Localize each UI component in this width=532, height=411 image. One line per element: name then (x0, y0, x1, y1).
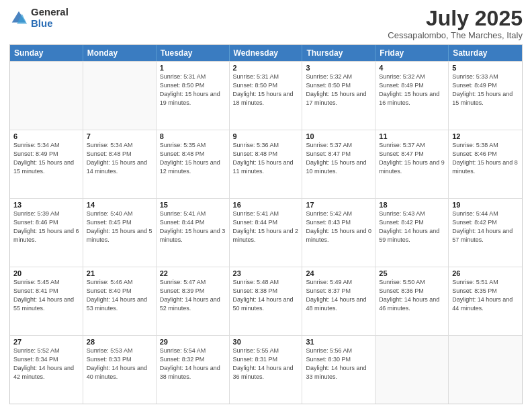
day-detail: Sunrise: 5:34 AM Sunset: 8:48 PM Dayligh… (87, 141, 152, 176)
day-detail: Sunrise: 5:41 AM Sunset: 8:44 PM Dayligh… (233, 210, 299, 244)
day-number: 31 (306, 338, 371, 346)
weekday-header-thursday: Thursday (302, 45, 375, 61)
day-number: 11 (379, 132, 445, 140)
day-detail: Sunrise: 5:53 AM Sunset: 8:33 PM Dayligh… (87, 347, 152, 381)
day-number: 18 (379, 201, 445, 209)
day-detail: Sunrise: 5:42 AM Sunset: 8:43 PM Dayligh… (306, 210, 371, 244)
day-number: 13 (13, 201, 79, 209)
weekday-header-wednesday: Wednesday (230, 45, 303, 61)
empty-cell (83, 62, 157, 130)
logo-blue-text: Blue (31, 18, 69, 30)
day-detail: Sunrise: 5:51 AM Sunset: 8:35 PM Dayligh… (452, 278, 519, 313)
day-number: 5 (452, 64, 519, 72)
day-detail: Sunrise: 5:37 AM Sunset: 8:47 PM Dayligh… (306, 141, 371, 176)
day-cell-11: 11Sunrise: 5:37 AM Sunset: 8:47 PM Dayli… (375, 130, 449, 198)
day-cell-9: 9Sunrise: 5:36 AM Sunset: 8:48 PM Daylig… (230, 130, 303, 198)
day-cell-12: 12Sunrise: 5:38 AM Sunset: 8:46 PM Dayli… (449, 130, 522, 198)
day-detail: Sunrise: 5:31 AM Sunset: 8:50 PM Dayligh… (233, 73, 299, 107)
day-detail: Sunrise: 5:35 AM Sunset: 8:48 PM Dayligh… (160, 141, 226, 176)
day-detail: Sunrise: 5:32 AM Sunset: 8:49 PM Dayligh… (379, 73, 445, 107)
day-number: 25 (379, 269, 445, 277)
weekday-header-friday: Friday (375, 45, 449, 61)
day-number: 15 (160, 201, 226, 209)
day-cell-5: 5Sunrise: 5:33 AM Sunset: 8:49 PM Daylig… (449, 62, 522, 130)
calendar-row-4: 20Sunrise: 5:45 AM Sunset: 8:41 PM Dayli… (10, 267, 522, 335)
calendar-row-2: 6Sunrise: 5:34 AM Sunset: 8:49 PM Daylig… (10, 130, 522, 198)
day-detail: Sunrise: 5:56 AM Sunset: 8:30 PM Dayligh… (306, 347, 371, 381)
day-detail: Sunrise: 5:41 AM Sunset: 8:44 PM Dayligh… (160, 210, 226, 244)
day-cell-2: 2Sunrise: 5:31 AM Sunset: 8:50 PM Daylig… (230, 62, 303, 130)
empty-cell (375, 336, 449, 404)
day-number: 12 (452, 132, 519, 140)
day-detail: Sunrise: 5:43 AM Sunset: 8:42 PM Dayligh… (379, 210, 445, 244)
day-cell-18: 18Sunrise: 5:43 AM Sunset: 8:42 PM Dayli… (375, 199, 449, 267)
day-cell-26: 26Sunrise: 5:51 AM Sunset: 8:35 PM Dayli… (449, 267, 522, 335)
day-cell-23: 23Sunrise: 5:48 AM Sunset: 8:38 PM Dayli… (230, 267, 303, 335)
day-number: 4 (379, 64, 445, 72)
day-number: 9 (233, 132, 299, 140)
day-cell-31: 31Sunrise: 5:56 AM Sunset: 8:30 PM Dayli… (302, 336, 375, 404)
calendar-row-1: 1Sunrise: 5:31 AM Sunset: 8:50 PM Daylig… (10, 61, 522, 130)
day-cell-13: 13Sunrise: 5:39 AM Sunset: 8:46 PM Dayli… (10, 199, 83, 267)
day-number: 17 (306, 201, 371, 209)
calendar-row-3: 13Sunrise: 5:39 AM Sunset: 8:46 PM Dayli… (10, 198, 522, 267)
day-detail: Sunrise: 5:49 AM Sunset: 8:37 PM Dayligh… (306, 278, 371, 313)
day-number: 7 (87, 132, 152, 140)
day-detail: Sunrise: 5:44 AM Sunset: 8:42 PM Dayligh… (452, 210, 519, 244)
day-number: 19 (452, 201, 519, 209)
day-number: 30 (233, 338, 299, 346)
day-cell-30: 30Sunrise: 5:55 AM Sunset: 8:31 PM Dayli… (230, 336, 303, 404)
day-cell-4: 4Sunrise: 5:32 AM Sunset: 8:49 PM Daylig… (375, 62, 449, 130)
day-cell-28: 28Sunrise: 5:53 AM Sunset: 8:33 PM Dayli… (83, 336, 157, 404)
day-cell-6: 6Sunrise: 5:34 AM Sunset: 8:49 PM Daylig… (10, 130, 83, 198)
day-cell-22: 22Sunrise: 5:47 AM Sunset: 8:39 PM Dayli… (157, 267, 230, 335)
day-number: 14 (87, 201, 152, 209)
day-cell-17: 17Sunrise: 5:42 AM Sunset: 8:43 PM Dayli… (302, 199, 375, 267)
day-number: 3 (306, 64, 371, 72)
location: Cessapalombo, The Marches, Italy (388, 30, 523, 40)
day-number: 21 (87, 269, 152, 277)
title-area: July 2025 Cessapalombo, The Marches, Ita… (388, 7, 523, 40)
weekday-header-tuesday: Tuesday (157, 45, 230, 61)
day-cell-14: 14Sunrise: 5:40 AM Sunset: 8:45 PM Dayli… (83, 199, 157, 267)
day-number: 26 (452, 269, 519, 277)
day-detail: Sunrise: 5:36 AM Sunset: 8:48 PM Dayligh… (233, 141, 299, 176)
day-cell-15: 15Sunrise: 5:41 AM Sunset: 8:44 PM Dayli… (157, 199, 230, 267)
weekday-header-saturday: Saturday (449, 45, 522, 61)
day-number: 23 (233, 269, 299, 277)
empty-cell (10, 62, 83, 130)
day-cell-19: 19Sunrise: 5:44 AM Sunset: 8:42 PM Dayli… (449, 199, 522, 267)
day-detail: Sunrise: 5:38 AM Sunset: 8:46 PM Dayligh… (452, 141, 519, 176)
weekday-header-monday: Monday (83, 45, 157, 61)
day-detail: Sunrise: 5:39 AM Sunset: 8:46 PM Dayligh… (13, 210, 79, 244)
weekday-header-sunday: Sunday (10, 45, 83, 61)
calendar: SundayMondayTuesdayWednesdayThursdayFrid… (9, 44, 523, 404)
logo-general-text: General (31, 7, 69, 18)
day-detail: Sunrise: 5:54 AM Sunset: 8:32 PM Dayligh… (160, 347, 226, 381)
day-detail: Sunrise: 5:47 AM Sunset: 8:39 PM Dayligh… (160, 278, 226, 313)
day-number: 29 (160, 338, 226, 346)
logo-text: General Blue (31, 7, 69, 29)
day-detail: Sunrise: 5:46 AM Sunset: 8:40 PM Dayligh… (87, 278, 152, 313)
day-cell-16: 16Sunrise: 5:41 AM Sunset: 8:44 PM Dayli… (230, 199, 303, 267)
day-number: 1 (160, 64, 226, 72)
day-number: 16 (233, 201, 299, 209)
day-detail: Sunrise: 5:45 AM Sunset: 8:41 PM Dayligh… (13, 278, 79, 313)
day-number: 10 (306, 132, 371, 140)
day-cell-21: 21Sunrise: 5:46 AM Sunset: 8:40 PM Dayli… (83, 267, 157, 335)
calendar-row-5: 27Sunrise: 5:52 AM Sunset: 8:34 PM Dayli… (10, 335, 522, 404)
day-detail: Sunrise: 5:37 AM Sunset: 8:47 PM Dayligh… (379, 141, 445, 176)
day-cell-7: 7Sunrise: 5:34 AM Sunset: 8:48 PM Daylig… (83, 130, 157, 198)
day-cell-29: 29Sunrise: 5:54 AM Sunset: 8:32 PM Dayli… (157, 336, 230, 404)
day-cell-27: 27Sunrise: 5:52 AM Sunset: 8:34 PM Dayli… (10, 336, 83, 404)
logo: General Blue (9, 7, 69, 29)
logo-icon (9, 9, 28, 28)
day-detail: Sunrise: 5:50 AM Sunset: 8:36 PM Dayligh… (379, 278, 445, 313)
day-number: 28 (87, 338, 152, 346)
day-detail: Sunrise: 5:31 AM Sunset: 8:50 PM Dayligh… (160, 73, 226, 107)
day-detail: Sunrise: 5:55 AM Sunset: 8:31 PM Dayligh… (233, 347, 299, 381)
day-cell-24: 24Sunrise: 5:49 AM Sunset: 8:37 PM Dayli… (302, 267, 375, 335)
day-number: 24 (306, 269, 371, 277)
day-cell-25: 25Sunrise: 5:50 AM Sunset: 8:36 PM Dayli… (375, 267, 449, 335)
day-number: 2 (233, 64, 299, 72)
